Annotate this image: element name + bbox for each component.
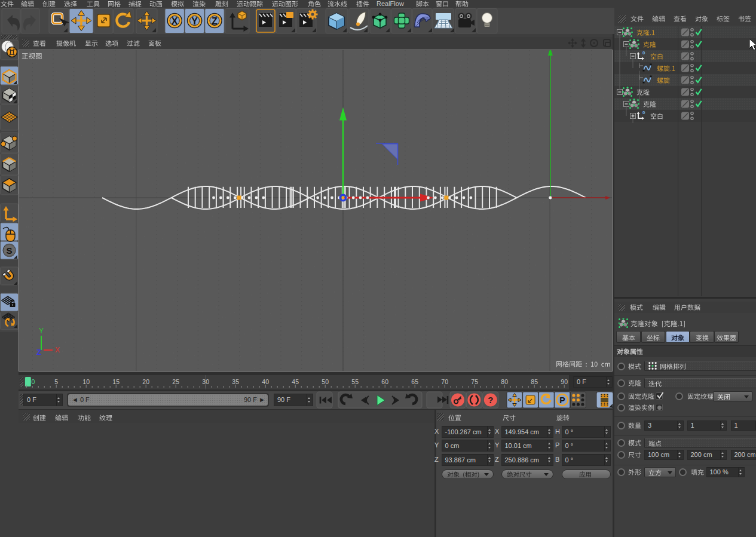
svg-text:20: 20 <box>142 378 149 385</box>
svg-text:0: 0 <box>642 110 645 115</box>
svg-text:Z: Z <box>36 348 41 357</box>
svg-text:60: 60 <box>381 378 388 385</box>
svg-text:10: 10 <box>82 378 90 385</box>
svg-text:5: 5 <box>54 378 58 385</box>
svg-text:80: 80 <box>501 378 508 385</box>
svg-text:Y: Y <box>191 16 198 26</box>
svg-text:50: 50 <box>322 378 329 385</box>
svg-text:15: 15 <box>112 378 120 385</box>
svg-text:30: 30 <box>202 378 209 385</box>
svg-text:0: 0 <box>31 378 35 385</box>
svg-text:X: X <box>172 16 178 26</box>
svg-text:Y: Y <box>39 327 44 335</box>
svg-text:70: 70 <box>441 378 448 385</box>
svg-text:90: 90 <box>561 378 568 385</box>
svg-text:35: 35 <box>232 378 239 385</box>
svg-text:75: 75 <box>471 378 478 385</box>
svg-text:45: 45 <box>292 378 299 385</box>
svg-text:?: ? <box>488 395 493 405</box>
svg-text:55: 55 <box>351 378 359 385</box>
svg-text:65: 65 <box>411 378 418 385</box>
svg-text:25: 25 <box>172 378 179 385</box>
svg-text:85: 85 <box>531 378 538 385</box>
svg-text:X: X <box>55 346 60 354</box>
svg-text:P: P <box>559 395 565 405</box>
svg-text:0: 0 <box>642 50 645 56</box>
svg-text:40: 40 <box>262 378 269 385</box>
svg-text:Z: Z <box>212 16 218 26</box>
svg-text:S: S <box>6 246 12 256</box>
